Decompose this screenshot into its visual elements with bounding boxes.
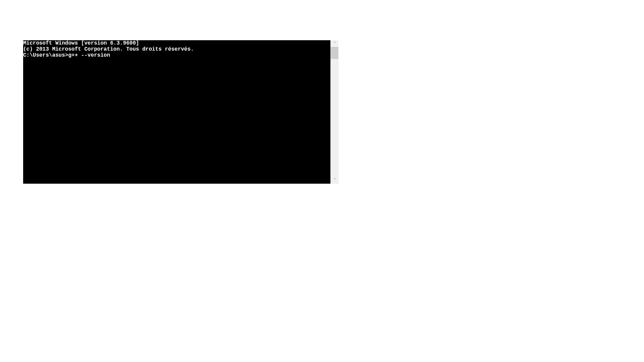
- terminal-header-line-1: Microsoft Windows [version 6.3.9600]: [23, 40, 330, 46]
- scroll-thumb[interactable]: [331, 47, 338, 59]
- scroll-up-arrow-icon[interactable]: ˄: [331, 40, 338, 47]
- scroll-track[interactable]: [331, 47, 338, 177]
- terminal-content[interactable]: Microsoft Windows [version 6.3.9600](c) …: [23, 40, 330, 184]
- terminal-window: Microsoft Windows [version 6.3.9600](c) …: [23, 40, 338, 184]
- terminal-command-input[interactable]: g++ --version: [68, 52, 110, 58]
- terminal-header-line-2: (c) 2013 Microsoft Corporation. Tous dro…: [23, 46, 330, 52]
- scroll-down-arrow-icon[interactable]: ˅: [331, 177, 338, 184]
- terminal-prompt: C:\Users\asus>: [23, 52, 68, 58]
- vertical-scrollbar[interactable]: ˄ ˅: [330, 40, 338, 184]
